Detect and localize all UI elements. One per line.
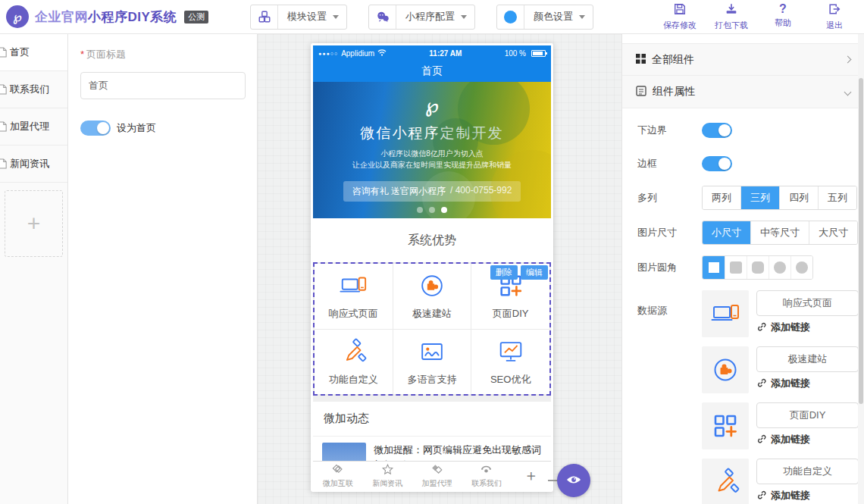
sidebar-item-label: 新闻资讯: [10, 157, 49, 171]
page-title-input[interactable]: [80, 72, 246, 99]
color-dot-icon: [497, 5, 524, 29]
sidebar-item-home[interactable]: 首页: [0, 34, 67, 71]
brand: ℘ 企业官网小程序DIY系统 公测: [0, 5, 250, 28]
radius-option-square[interactable]: [725, 256, 747, 279]
scrollbar-thumb[interactable]: [859, 78, 863, 404]
feature-cell-multilang[interactable]: 多语言支持: [393, 330, 471, 395]
prop-row-bottom-border: 下边界: [637, 119, 864, 142]
panel-scrollbar[interactable]: [858, 34, 864, 504]
edit-component-button[interactable]: 编辑: [521, 265, 548, 280]
miniprogram-config-menu[interactable]: 小程序配置: [368, 5, 475, 30]
pages-sidebar: 首页 联系我们 加盟代理 新闻资讯 +: [0, 34, 68, 504]
datasource-title-input[interactable]: [756, 402, 859, 428]
hero-banner[interactable]: ℘ 微信小程序定制开发 小程序以微信8亿用户为切入点 让企业以及商家在短时间里实…: [313, 82, 551, 218]
radius-option-more-rounded[interactable]: [769, 256, 790, 279]
datasource-title-input[interactable]: [756, 346, 859, 372]
help-button[interactable]: 帮助: [761, 2, 805, 31]
download-icon: [725, 2, 738, 18]
feature-cell-custom[interactable]: 功能自定义: [315, 330, 393, 395]
add-page-button[interactable]: +: [5, 190, 63, 257]
set-home-toggle[interactable]: [80, 121, 111, 136]
tab-brand[interactable]: 微加互联: [313, 463, 362, 489]
help-icon: [779, 2, 787, 16]
banner-subtitle: 小程序以微信8亿用户为切入点 让企业以及商家在短时间里实现提升品牌和销量: [313, 148, 551, 171]
required-mark: *: [80, 49, 84, 60]
carousel-dot[interactable]: [429, 207, 435, 213]
columns-option-2[interactable]: 两列: [703, 186, 740, 209]
add-link-label: 添加链接: [771, 433, 810, 446]
tab-news[interactable]: 新闻资讯: [362, 463, 412, 489]
add-link-button[interactable]: 添加链接: [756, 377, 859, 390]
save-button[interactable]: 保存修改: [658, 2, 702, 31]
columns-option-3-selected[interactable]: 三列: [740, 186, 779, 209]
add-link-button[interactable]: 添加链接: [756, 433, 859, 446]
border-toggle[interactable]: [702, 156, 732, 171]
component-props-header[interactable]: 组件属性: [622, 76, 864, 108]
sidebar-item-label: 联系我们: [10, 83, 49, 96]
add-link-label: 添加链接: [771, 489, 810, 502]
datasource-title-input[interactable]: [756, 459, 859, 484]
image-size-small-selected[interactable]: 小尺寸: [703, 221, 750, 244]
radius-option-rounded[interactable]: [747, 256, 769, 279]
page-title-label: *页面标题: [80, 48, 245, 61]
feature-label: 页面DIY: [493, 307, 529, 321]
link-icon: [756, 377, 767, 390]
datasource-row: 添加链接: [702, 402, 859, 449]
carousel-dots: [313, 207, 551, 213]
tab-contact[interactable]: 联系我们: [462, 463, 511, 489]
wifi-icon: [377, 49, 387, 58]
image-size-large[interactable]: 大尺寸: [809, 221, 857, 244]
logout-button[interactable]: 退出: [812, 2, 856, 31]
save-icon: [673, 2, 687, 18]
page-icon: [0, 121, 7, 133]
all-components-label: 全部组件: [652, 53, 694, 67]
radius-option-circle[interactable]: [790, 256, 812, 279]
tab-add-button[interactable]: ＋: [512, 465, 551, 486]
battery-percent: 100 %: [505, 49, 526, 58]
color-settings-menu[interactable]: 颜色设置: [496, 5, 593, 30]
image-size-medium[interactable]: 中等尺寸: [750, 221, 809, 244]
carousel-dot[interactable]: [417, 207, 423, 213]
all-components-header[interactable]: 全部组件: [622, 43, 864, 76]
carousel-dot-active[interactable]: [441, 207, 447, 213]
datasource-title-input[interactable]: [756, 290, 859, 316]
save-label: 保存修改: [663, 20, 697, 31]
logout-icon: [828, 2, 841, 18]
sidebar-item-news[interactable]: 新闻资讯: [0, 146, 67, 183]
section-title: 系统优势: [313, 218, 551, 262]
preview-eye-button[interactable]: [557, 464, 590, 497]
prop-label: 图片尺寸: [637, 226, 702, 239]
cta-phone-number: / 400-0755-992: [450, 185, 512, 198]
feature-cell-fastbuild[interactable]: 极速建站: [393, 264, 471, 329]
sidebar-item-label: 首页: [10, 45, 30, 59]
sidebar-item-contact[interactable]: 联系我们: [0, 71, 67, 108]
tab-label: 新闻资讯: [372, 478, 402, 489]
feature-label: 多语言支持: [407, 373, 456, 387]
delete-component-button[interactable]: 删除: [490, 265, 518, 280]
bottom-border-toggle[interactable]: [702, 123, 732, 138]
tags-icon: [430, 463, 443, 477]
columns-option-4[interactable]: 四列: [779, 186, 818, 209]
multilang-image-icon: [418, 337, 446, 368]
download-button[interactable]: 打包下载: [709, 2, 753, 31]
feature-cell-seo[interactable]: SEO优化: [471, 330, 549, 395]
prop-label: 边框: [637, 157, 702, 171]
radius-option-none-selected[interactable]: [703, 256, 725, 279]
add-link-label: 添加链接: [771, 377, 810, 390]
tab-agent[interactable]: 加盟代理: [412, 463, 462, 489]
feature-cell-responsive[interactable]: 响应式页面: [315, 264, 393, 329]
columns-option-5[interactable]: 五列: [818, 186, 856, 209]
app: ℘ 企业官网小程序DIY系统 公测 模块设置 小程序配置: [0, 0, 864, 504]
add-link-button[interactable]: 添加链接: [756, 489, 859, 502]
sidebar-item-agent[interactable]: 加盟代理: [0, 108, 67, 146]
page-diy-icon: [702, 402, 749, 449]
caret-down-icon: [579, 15, 585, 19]
selected-feature-grid[interactable]: 删除 编辑 响应式页面 极速建站 页面DIY: [313, 262, 551, 396]
module-settings-menu[interactable]: 模块设置: [250, 5, 347, 30]
design-canvas: ●●●○○ Applidium 11:27 AM 100 % 首页 ℘ 微信小程…: [258, 34, 621, 504]
add-link-button[interactable]: 添加链接: [756, 321, 859, 334]
page-icon: [0, 83, 7, 95]
app-title: 企业官网小程序DIY系统: [35, 8, 177, 26]
miniprogram-config-label: 小程序配置: [396, 10, 461, 23]
chevron-right-icon: [844, 56, 852, 64]
